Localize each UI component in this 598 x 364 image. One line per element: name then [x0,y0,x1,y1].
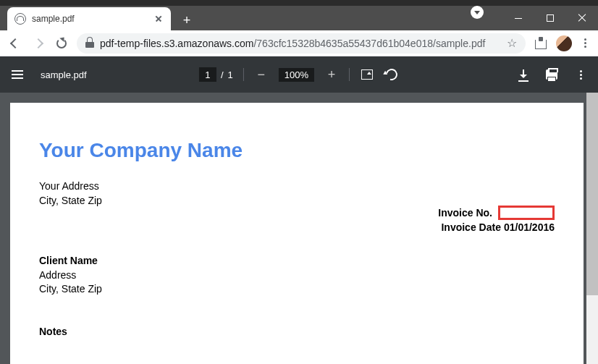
print-button[interactable] [546,69,557,80]
client-addr1: Address [39,268,555,283]
browser-menu-icon[interactable] [579,38,591,48]
client-name: Client Name [39,254,555,268]
url-input[interactable]: pdf-temp-files.s3.amazonaws.com/763cfc15… [77,33,526,54]
company-address: Your Address City, State Zip [39,179,555,208]
reload-button[interactable] [54,35,70,51]
pdf-toolbar: sample.pdf / 1 − 100% + [0,56,598,93]
zoom-level[interactable]: 100% [279,68,314,82]
download-button[interactable] [518,69,528,80]
bookmark-icon[interactable]: ☆ [507,36,517,50]
client-block: Client Name Address City, State Zip [39,254,555,297]
zoom-in-button[interactable]: + [324,67,339,82]
maximize-button[interactable] [534,6,566,30]
page-input[interactable] [199,67,216,82]
window-titlebar [0,0,598,6]
back-button[interactable] [7,35,23,51]
client-addr2: City, State Zip [39,282,555,297]
invoice-date-label: Invoice Date [441,221,500,233]
pdf-page: Your Company Name Your Address City, Sta… [10,103,584,364]
close-window-button[interactable] [566,6,598,30]
invoice-no-label: Invoice No. [438,207,492,219]
browser-tab[interactable]: sample.pdf [7,7,171,30]
tab-title: sample.pdf [32,14,75,24]
toolbar-divider [349,68,350,81]
globe-icon [14,13,26,25]
company-name: Your Company Name [39,139,555,162]
pdf-more-icon[interactable] [575,70,586,80]
minimize-button[interactable] [502,6,534,30]
toolbar-divider [243,68,244,81]
window-controls [471,6,598,30]
page-separator: / [221,69,224,80]
rotate-button[interactable] [384,67,399,82]
fit-page-button[interactable] [360,67,374,82]
account-indicator-icon[interactable] [471,6,484,19]
close-tab-icon[interactable] [153,14,164,24]
pdf-filename: sample.pdf [41,69,87,80]
address-bar: pdf-temp-files.s3.amazonaws.com/763cfc15… [0,30,598,56]
tab-strip: sample.pdf + [0,6,598,30]
invoice-info: Invoice No. Invoice Date 01/01/2016 [438,206,555,234]
scrollbar[interactable] [586,93,598,364]
extensions-icon[interactable] [533,35,549,51]
pdf-menu-icon[interactable] [12,70,23,79]
pdf-viewport[interactable]: Your Company Name Your Address City, Sta… [0,93,598,364]
page-total: 1 [228,69,233,80]
scrollbar-thumb[interactable] [586,93,598,295]
lock-icon [85,39,94,48]
page-indicator: / 1 [199,67,233,82]
invoice-date-value: 01/01/2016 [504,221,555,233]
profile-avatar[interactable] [556,35,572,51]
forward-button[interactable] [30,35,46,51]
zoom-out-button[interactable]: − [254,67,269,82]
invoice-no-highlight [498,206,555,220]
new-tab-button[interactable]: + [177,10,197,30]
notes-label: Notes [39,326,555,337]
url-text: pdf-temp-files.s3.amazonaws.com/763cfc15… [100,38,501,49]
